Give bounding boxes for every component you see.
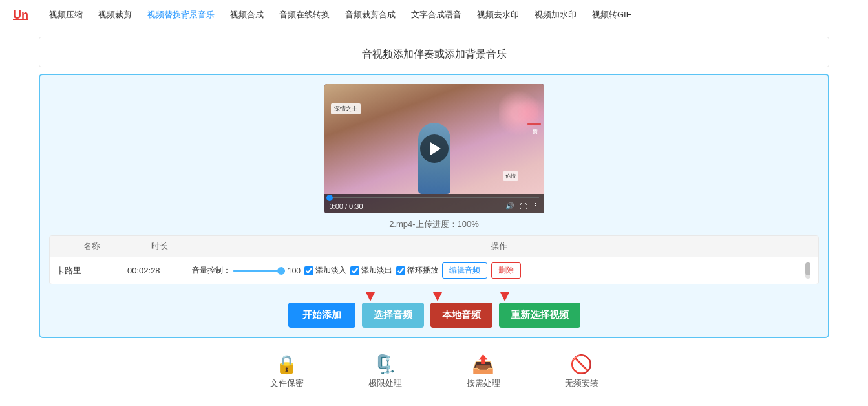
extreme-icon: 🗜️	[374, 354, 396, 375]
volume-icon[interactable]: 🔊	[505, 202, 514, 210]
play-icon	[430, 142, 441, 155]
main-container: 深情之主 爱情 你情 0:00 / 0:30 🔊 ⛶ ⋮	[39, 74, 829, 338]
edit-audio-button[interactable]: 编辑音频	[442, 262, 487, 279]
fade-in-label[interactable]: 添加淡入	[304, 265, 346, 276]
ondemand-icon: 📤	[472, 354, 494, 375]
local-audio-button[interactable]: 本地音频	[430, 303, 492, 328]
nav-item-8[interactable]: 视频加水印	[527, 5, 584, 25]
logo: Un	[13, 8, 28, 22]
audio-duration: 00:02:28	[127, 266, 192, 275]
table-row: 卡路里 00:02:28 音量控制： 100 添加淡入	[50, 257, 818, 284]
fade-in-checkbox[interactable]	[304, 266, 313, 275]
volume-control: 音量控制： 100	[192, 265, 301, 276]
more-icon[interactable]: ⋮	[532, 202, 539, 210]
arrow-start	[366, 292, 375, 301]
privacy-label: 文件保密	[270, 378, 304, 389]
feature-noinstall: 🚫 无须安装	[565, 354, 598, 389]
audio-name: 卡路里	[56, 265, 127, 277]
nav-item-6[interactable]: 文字合成语音	[403, 5, 469, 25]
nav-item-0[interactable]: 视频压缩	[41, 5, 90, 25]
feature-privacy: 🔒 文件保密	[270, 354, 304, 389]
table-header: 名称 时长 操作	[50, 236, 818, 257]
footer-features: 🔒 文件保密 🗜️ 极限处理 📤 按需处理 🚫 无须安装	[0, 345, 868, 396]
progress-bar[interactable]	[330, 197, 539, 198]
scrollbar[interactable]	[805, 262, 810, 279]
bottom-buttons: 开始添加 选择音频 本地音频 重新选择视频	[49, 303, 819, 328]
volume-label: 音量控制：	[192, 265, 231, 276]
col-ops: 操作	[192, 240, 805, 252]
progress-handle	[326, 195, 333, 201]
reselect-video-button[interactable]: 重新选择视频	[499, 303, 580, 328]
volume-value: 100	[288, 266, 301, 275]
fade-out-label[interactable]: 添加淡出	[350, 265, 392, 276]
feature-ondemand: 📤 按需处理	[467, 354, 500, 389]
page-title: 音视频添加伴奏或添加背景音乐	[39, 37, 829, 67]
nav-item-9[interactable]: 视频转GIF	[584, 5, 639, 25]
nav-item-3[interactable]: 视频合成	[222, 5, 271, 25]
arrow-local	[500, 292, 509, 301]
col-name: 名称	[56, 240, 127, 252]
extreme-label: 极限处理	[368, 378, 402, 389]
noinstall-icon: 🚫	[570, 354, 593, 375]
video-player[interactable]: 深情之主 爱情 你情 0:00 / 0:30 🔊 ⛶ ⋮	[324, 84, 544, 213]
delete-button[interactable]: 删除	[491, 262, 521, 279]
ops-cell: 音量控制： 100 添加淡入 添加淡出	[192, 262, 805, 279]
nav-item-2[interactable]: 视频替换背景音乐	[140, 5, 222, 25]
loop-checkbox[interactable]	[396, 266, 405, 275]
nav-item-1[interactable]: 视频裁剪	[90, 5, 140, 25]
fullscreen-icon[interactable]: ⛶	[520, 202, 527, 210]
ondemand-label: 按需处理	[467, 378, 500, 389]
time-display: 0:00 / 0:30	[330, 202, 500, 210]
loop-label[interactable]: 循环播放	[396, 265, 438, 276]
nav-item-5[interactable]: 音频裁剪合成	[337, 5, 403, 25]
select-audio-button[interactable]: 选择音频	[362, 303, 424, 328]
noinstall-label: 无须安装	[565, 378, 598, 389]
fade-out-checkbox[interactable]	[350, 266, 359, 275]
video-controls: 0:00 / 0:30 🔊 ⛶ ⋮	[324, 194, 544, 213]
volume-slider[interactable]	[233, 270, 285, 272]
audio-table: 名称 时长 操作 卡路里 00:02:28 音量控制： 100	[49, 235, 819, 284]
play-button[interactable]	[420, 134, 449, 163]
upload-progress: 2.mp4-上传进度：100%	[49, 219, 819, 230]
privacy-icon: 🔒	[275, 354, 298, 375]
nav-item-4[interactable]: 音频在线转换	[271, 5, 337, 25]
feature-extreme: 🗜️ 极限处理	[368, 354, 402, 389]
arrow-select	[433, 292, 442, 301]
video-wrapper: 深情之主 爱情 你情 0:00 / 0:30 🔊 ⛶ ⋮	[49, 84, 819, 213]
nav-item-7[interactable]: 视频去水印	[469, 5, 527, 25]
col-duration: 时长	[127, 240, 192, 252]
start-add-button[interactable]: 开始添加	[288, 303, 355, 328]
